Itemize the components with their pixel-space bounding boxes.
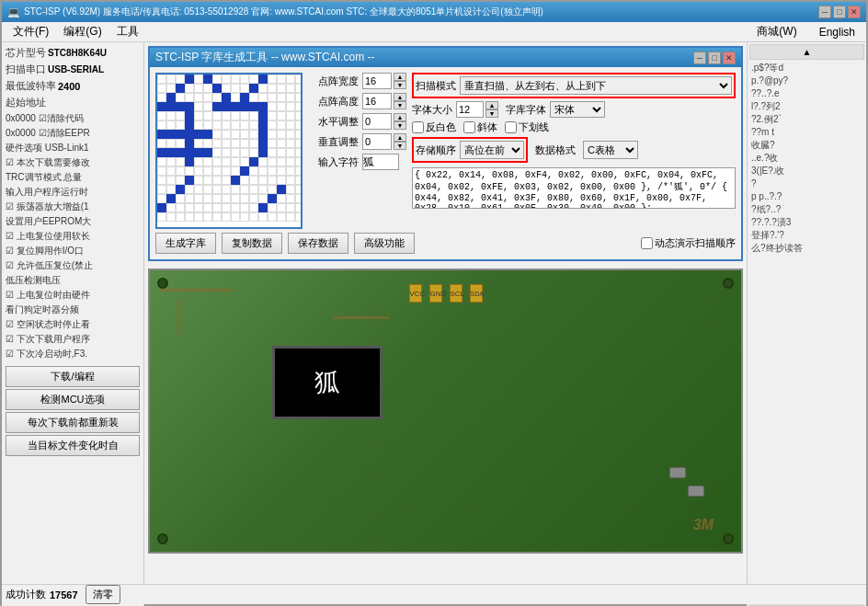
pixel-cell[interactable] xyxy=(249,84,258,93)
pixel-cell[interactable] xyxy=(240,102,249,111)
pixel-cell[interactable] xyxy=(166,185,176,194)
pixel-cell[interactable] xyxy=(194,74,203,84)
pixel-cell[interactable] xyxy=(185,185,194,194)
dot-height-up[interactable]: ▲ xyxy=(394,93,406,101)
pixel-cell[interactable] xyxy=(286,84,295,93)
pixel-cell[interactable] xyxy=(222,157,231,166)
pixel-cell[interactable] xyxy=(222,120,231,130)
pixel-cell[interactable] xyxy=(295,157,303,166)
ft-minimize-button[interactable]: ─ xyxy=(693,51,706,64)
pixel-cell[interactable] xyxy=(258,93,268,102)
pixel-cell[interactable] xyxy=(240,139,249,148)
char-input[interactable] xyxy=(362,154,399,170)
output-area[interactable]: { 0x22, 0x14, 0x08, 0xF4, 0x02, 0x00, 0x… xyxy=(412,167,736,209)
pixel-cell[interactable] xyxy=(166,212,176,222)
minimize-button[interactable]: ─ xyxy=(818,6,831,18)
pixel-cell[interactable] xyxy=(222,139,231,148)
pixel-cell[interactable] xyxy=(185,194,194,203)
pixel-cell[interactable] xyxy=(240,93,249,102)
font-size-up[interactable]: ▲ xyxy=(485,101,498,109)
pixel-cell[interactable] xyxy=(295,130,303,139)
pixel-cell[interactable] xyxy=(258,74,268,84)
pixel-cell[interactable] xyxy=(249,194,258,203)
pixel-cell[interactable] xyxy=(212,139,222,148)
pixel-cell[interactable] xyxy=(212,148,222,157)
pixel-cell[interactable] xyxy=(231,185,240,194)
pixel-cell[interactable] xyxy=(258,111,268,120)
pixel-cell[interactable] xyxy=(286,176,295,185)
pixel-cell[interactable] xyxy=(176,130,185,139)
pixel-cell[interactable] xyxy=(222,84,231,93)
pixel-cell[interactable] xyxy=(240,212,249,222)
pixel-cell[interactable] xyxy=(203,84,212,93)
pixel-cell[interactable] xyxy=(166,194,176,203)
pixel-cell[interactable] xyxy=(268,166,277,176)
pixel-cell[interactable] xyxy=(240,166,249,176)
pixel-cell[interactable] xyxy=(240,74,249,84)
pixel-cell[interactable] xyxy=(166,111,176,120)
pixel-cell[interactable] xyxy=(295,74,303,84)
pixel-cell[interactable] xyxy=(268,157,277,166)
menu-shop[interactable]: 商城(W) xyxy=(749,22,804,41)
pixel-cell[interactable] xyxy=(185,157,194,166)
pixel-cell[interactable] xyxy=(222,93,231,102)
pixel-cell[interactable] xyxy=(268,194,277,203)
pixel-cell[interactable] xyxy=(249,185,258,194)
clear-count-button[interactable]: 清零 xyxy=(86,585,120,604)
pixel-cell[interactable] xyxy=(203,139,212,148)
pixel-cell[interactable] xyxy=(258,139,268,148)
pixel-cell[interactable] xyxy=(157,130,166,139)
pixel-cell[interactable] xyxy=(166,139,176,148)
pixel-cell[interactable] xyxy=(231,84,240,93)
pixel-cell[interactable] xyxy=(176,102,185,111)
pixel-cell[interactable] xyxy=(249,74,258,84)
v-adjust-down[interactable]: ▼ xyxy=(394,142,406,150)
pixel-cell[interactable] xyxy=(157,120,166,130)
pixel-cell[interactable] xyxy=(277,185,286,194)
pixel-cell[interactable] xyxy=(176,157,185,166)
pixel-cell[interactable] xyxy=(194,148,203,157)
font-family-select[interactable]: 宋体 黑体 楷体 xyxy=(550,101,605,118)
pixel-cell[interactable] xyxy=(203,74,212,84)
pixel-cell[interactable] xyxy=(240,111,249,120)
pixel-cell[interactable] xyxy=(194,93,203,102)
pixel-cell[interactable] xyxy=(277,130,286,139)
pixel-cell[interactable] xyxy=(176,148,185,157)
pixel-cell[interactable] xyxy=(277,203,286,212)
pixel-cell[interactable] xyxy=(166,203,176,212)
pixel-cell[interactable] xyxy=(157,212,166,222)
pixel-cell[interactable] xyxy=(203,166,212,176)
pixel-cell[interactable] xyxy=(277,120,286,130)
pixel-cell[interactable] xyxy=(157,148,166,157)
pixel-cell[interactable] xyxy=(176,166,185,176)
pixel-cell[interactable] xyxy=(176,203,185,212)
italic-checkbox[interactable] xyxy=(463,121,475,133)
pixel-cell[interactable] xyxy=(258,84,268,93)
font-size-input[interactable] xyxy=(456,101,484,118)
pixel-cell[interactable] xyxy=(240,84,249,93)
pixel-cell[interactable] xyxy=(185,203,194,212)
font-size-down[interactable]: ▼ xyxy=(485,109,498,118)
pixel-cell[interactable] xyxy=(277,148,286,157)
pixel-cell[interactable] xyxy=(231,139,240,148)
ft-close-button[interactable]: ✕ xyxy=(723,51,736,64)
pixel-cell[interactable] xyxy=(222,130,231,139)
pixel-cell[interactable] xyxy=(258,166,268,176)
pixel-cell[interactable] xyxy=(157,166,166,176)
pixel-cell[interactable] xyxy=(222,185,231,194)
pixel-cell[interactable] xyxy=(231,157,240,166)
pixel-cell[interactable] xyxy=(212,203,222,212)
pixel-cell[interactable] xyxy=(249,203,258,212)
pixel-cell[interactable] xyxy=(157,93,166,102)
pixel-cell[interactable] xyxy=(286,120,295,130)
pixel-cell[interactable] xyxy=(286,212,295,222)
reload-button[interactable]: 每次下载前都重新装 xyxy=(6,412,140,433)
pixel-cell[interactable] xyxy=(194,84,203,93)
pixel-cell[interactable] xyxy=(295,139,303,148)
pixel-cell[interactable] xyxy=(258,157,268,166)
pixel-cell[interactable] xyxy=(194,102,203,111)
pixel-cell[interactable] xyxy=(185,74,194,84)
dot-height-down[interactable]: ▼ xyxy=(394,101,406,109)
pixel-cell[interactable] xyxy=(185,93,194,102)
pixel-cell[interactable] xyxy=(157,176,166,185)
